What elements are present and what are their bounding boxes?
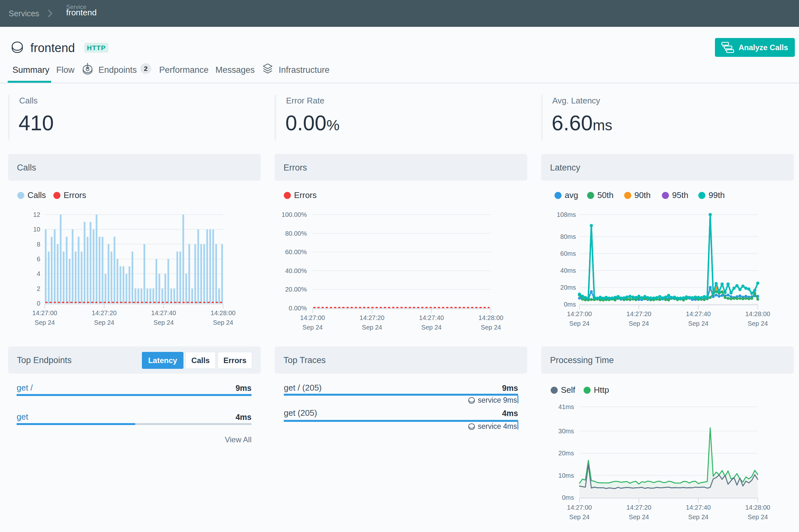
- svg-text:14:27:40: 14:27:40: [686, 504, 711, 511]
- svg-text:108ms: 108ms: [557, 211, 576, 218]
- svg-text:Sep 24: Sep 24: [213, 319, 233, 326]
- svg-text:14:27:20: 14:27:20: [627, 310, 651, 318]
- svg-text:8: 8: [37, 241, 40, 248]
- svg-text:14:27:00: 14:27:00: [567, 310, 592, 318]
- svg-text:Sep 24: Sep 24: [688, 513, 708, 520]
- svg-text:10: 10: [33, 226, 40, 233]
- svg-text:14:28:00: 14:28:00: [745, 310, 770, 318]
- svg-text:14:27:20: 14:27:20: [92, 309, 117, 317]
- svg-text:Sep 24: Sep 24: [362, 324, 382, 331]
- svg-text:14:27:40: 14:27:40: [419, 314, 444, 321]
- svg-text:14:27:40: 14:27:40: [151, 309, 176, 317]
- svg-text:80ms: 80ms: [560, 233, 576, 240]
- svg-text:14:27:00: 14:27:00: [567, 504, 592, 511]
- svg-text:Sep 24: Sep 24: [747, 513, 768, 520]
- svg-text:14:28:00: 14:28:00: [478, 314, 503, 321]
- svg-text:14:27:00: 14:27:00: [300, 314, 325, 321]
- svg-text:Sep 24: Sep 24: [569, 320, 589, 327]
- svg-text:Sep 24: Sep 24: [629, 513, 649, 520]
- svg-text:0.00%: 0.00%: [289, 305, 307, 312]
- svg-text:14:28:00: 14:28:00: [745, 504, 770, 511]
- svg-text:0ms: 0ms: [562, 494, 574, 501]
- svg-text:6: 6: [37, 255, 40, 263]
- svg-text:14:27:00: 14:27:00: [32, 309, 57, 317]
- svg-text:80.00%: 80.00%: [285, 230, 307, 237]
- svg-text:Sep 24: Sep 24: [747, 320, 768, 327]
- svg-text:Sep 24: Sep 24: [421, 324, 441, 331]
- svg-text:14:27:20: 14:27:20: [627, 504, 651, 511]
- svg-text:40ms: 40ms: [560, 267, 576, 274]
- svg-text:60.00%: 60.00%: [285, 248, 307, 255]
- svg-text:4: 4: [37, 270, 40, 277]
- svg-text:20ms: 20ms: [560, 284, 576, 291]
- svg-text:40.00%: 40.00%: [285, 267, 307, 274]
- svg-text:30ms: 30ms: [558, 428, 574, 435]
- svg-text:10ms: 10ms: [558, 472, 574, 479]
- svg-text:12: 12: [33, 211, 40, 218]
- svg-text:0ms: 0ms: [564, 301, 576, 308]
- svg-text:Sep 24: Sep 24: [481, 324, 501, 331]
- svg-text:2: 2: [37, 285, 40, 292]
- svg-text:Sep 24: Sep 24: [153, 319, 174, 326]
- svg-text:14:27:20: 14:27:20: [360, 314, 384, 321]
- svg-text:Sep 24: Sep 24: [629, 320, 649, 327]
- svg-text:Sep 24: Sep 24: [94, 319, 114, 326]
- svg-text:41ms: 41ms: [558, 403, 574, 410]
- svg-text:20.00%: 20.00%: [285, 286, 307, 293]
- svg-text:14:28:00: 14:28:00: [211, 309, 236, 317]
- svg-text:0: 0: [37, 300, 40, 307]
- svg-text:Sep 24: Sep 24: [302, 324, 323, 331]
- svg-text:Sep 24: Sep 24: [569, 513, 589, 520]
- svg-text:60ms: 60ms: [560, 250, 576, 257]
- svg-text:14:27:40: 14:27:40: [686, 310, 711, 318]
- svg-text:20ms: 20ms: [558, 450, 574, 457]
- svg-text:Sep 24: Sep 24: [35, 319, 55, 326]
- svg-text:100.00%: 100.00%: [282, 211, 307, 218]
- svg-text:Sep 24: Sep 24: [688, 320, 708, 327]
